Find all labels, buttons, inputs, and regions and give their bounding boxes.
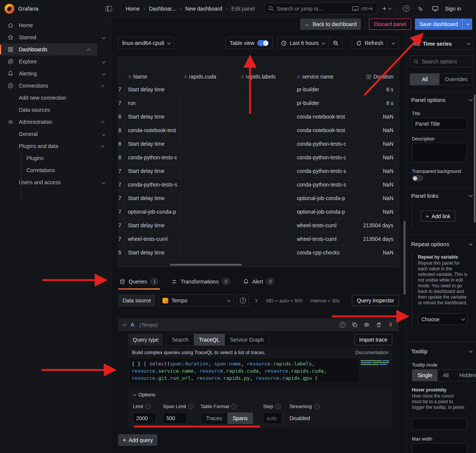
sidebar-item-starred[interactable]: Starred: [0, 31, 111, 43]
time-range-picker[interactable]: Last 6 hours: [277, 37, 329, 49]
datasource-picker[interactable]: Tempo: [158, 294, 234, 307]
discard-panel-button[interactable]: Discard panel: [369, 18, 411, 30]
visualization-picker[interactable]: Time series: [410, 38, 473, 49]
panel-options-header[interactable]: Panel options: [411, 97, 471, 103]
options-tab-overrides[interactable]: Overrides: [439, 74, 473, 85]
max-width-input[interactable]: [412, 443, 467, 453]
table-row[interactable]: 28conda-python-tests-cconda-python-tests…: [118, 151, 399, 164]
query-row-header[interactable]: A (Tempo) ? ⠿: [118, 318, 399, 331]
options-tab-all[interactable]: All: [410, 74, 439, 85]
breadcrumb-item[interactable]: New dashboard: [185, 6, 222, 12]
traceql-code-editor[interactable]: { } | select(span:duration, span:name, r…: [128, 358, 392, 383]
add-query-button[interactable]: + Add query: [118, 434, 157, 446]
tooltip-mode-hidden[interactable]: Hidden: [454, 370, 476, 381]
drag-handle-icon[interactable]: ⠿: [387, 322, 394, 328]
column-header[interactable]: Arapids.labels: [238, 74, 294, 83]
grafana-logo-icon[interactable]: [5, 4, 14, 14]
limit-input[interactable]: 2000: [133, 412, 156, 424]
table-row[interactable]: 27Start delay timeoptional-job-conda-pNa…: [118, 191, 399, 205]
sidebar-item-connections[interactable]: Connections: [0, 80, 111, 92]
main-scrollbar[interactable]: [404, 221, 405, 295]
back-to-dashboard-button[interactable]: ← Back to dashboard: [300, 18, 361, 30]
repeat-variable-select[interactable]: Choose: [418, 313, 467, 325]
transparent-background-toggle[interactable]: [412, 175, 423, 181]
datasource-help-button[interactable]: ?: [237, 294, 249, 307]
panel-links-header[interactable]: Panel links: [411, 193, 471, 199]
column-header[interactable]: AName: [125, 74, 181, 83]
search-options-input[interactable]: Search options: [410, 55, 473, 67]
description-textarea[interactable]: ⟋: [412, 143, 467, 162]
save-dashboard-button[interactable]: Save dashboard: [415, 18, 462, 30]
sidebar-item-administration[interactable]: Administration: [0, 116, 111, 128]
sidebar-item-plugins[interactable]: Plugins: [0, 152, 111, 164]
sign-in-button[interactable]: Sign in: [445, 6, 461, 12]
repeat-options-header[interactable]: Repeat options: [411, 241, 471, 247]
sidebar-item-dashboards[interactable]: Dashboards: [0, 43, 97, 55]
table-row[interactable]: 27Start delay timewheel-tests-cuml213504…: [118, 219, 399, 232]
refresh-button[interactable]: Refresh: [352, 37, 387, 49]
table-row[interactable]: 28conda-notebook-testconda-notebook-test…: [118, 123, 399, 137]
column-header[interactable]: Duration: [350, 74, 399, 83]
sidebar-item-alerting[interactable]: Alerting: [0, 68, 111, 80]
query-type-service-graph[interactable]: Service Graph: [225, 334, 269, 345]
hover-proximity-input[interactable]: [412, 418, 467, 430]
breadcrumb-item[interactable]: Dashboar...: [149, 6, 176, 12]
import-trace-button[interactable]: Import trace: [354, 334, 392, 345]
sidebar-item-home[interactable]: Home: [0, 19, 111, 31]
news-icon[interactable]: [417, 5, 425, 12]
tab-queries[interactable]: Queries1: [118, 276, 160, 290]
tooltip-mode-all[interactable]: All: [438, 370, 454, 381]
table-format-traces[interactable]: Traces: [201, 413, 227, 424]
query-inspector-button[interactable]: Query inspector: [352, 295, 399, 306]
sidebar-toggle-icon[interactable]: [106, 6, 112, 11]
zoom-out-button[interactable]: [329, 37, 343, 49]
query-help-icon[interactable]: ?: [339, 322, 346, 328]
help-icon[interactable]: ?: [403, 5, 410, 12]
sidebar-item-explore[interactable]: Explore: [0, 55, 111, 68]
sidebar-item-general[interactable]: General: [0, 128, 111, 140]
tooltip-header[interactable]: Tooltip: [411, 348, 471, 354]
query-type-search[interactable]: Search: [166, 334, 193, 345]
tab-transformations[interactable]: Transformations0: [170, 276, 232, 290]
table-format-spans[interactable]: Spans: [227, 413, 253, 424]
table-row[interactable]: 27optional-job-conda-poptional-job-conda…: [118, 205, 399, 219]
documentation-link[interactable]: Documentation: [356, 350, 388, 355]
refresh-interval-button[interactable]: [387, 37, 399, 49]
delete-query-icon[interactable]: [375, 322, 382, 328]
add-new-button[interactable]: +: [382, 5, 390, 13]
table-view-toggle[interactable]: [257, 40, 269, 46]
save-dashboard-menu-button[interactable]: [462, 18, 472, 30]
tooltip-mode-single[interactable]: Single: [412, 370, 438, 381]
hide-query-icon[interactable]: [363, 322, 370, 328]
column-header[interactable]: Aservice.name: [294, 74, 350, 83]
table-row[interactable]: 27conda-python-tests-sconda-python-tests…: [118, 178, 399, 191]
column-header[interactable]: Arapids.cuda: [181, 74, 238, 83]
table-row[interactable]: 25Start delay timeconda-cpp-checksNaN: [118, 246, 399, 259]
table-row[interactable]: 28Start delay timeconda-notebook-testNaN: [118, 110, 399, 123]
sidebar-item-users-and-access[interactable]: Users and access: [0, 176, 111, 188]
sidebar-item-correlations[interactable]: Correlations: [0, 164, 111, 176]
span-limit-input[interactable]: 500: [163, 412, 187, 424]
breadcrumb-item[interactable]: Home: [126, 6, 140, 12]
monitor-icon[interactable]: [431, 5, 439, 12]
query-type-traceql[interactable]: TraceQL: [194, 334, 225, 345]
step-input[interactable]: auto: [263, 412, 283, 424]
collapse-options-icon[interactable]: [254, 299, 258, 302]
sidebar-item-plugins-and-data[interactable]: Plugins and data: [0, 140, 111, 152]
table-row[interactable]: 27wheel-tests-cumlwheel-tests-cuml213504…: [118, 232, 399, 246]
sidebar-item-add-new-connection[interactable]: Add new connection: [0, 92, 111, 104]
duplicate-query-icon[interactable]: [351, 322, 358, 328]
table-row[interactable]: 17Start delay timepr-builder8 s: [118, 83, 399, 96]
add-link-button[interactable]: +Add link: [421, 211, 455, 222]
collapse-query-icon[interactable]: [123, 322, 126, 326]
options-collapse-header[interactable]: Options: [133, 392, 388, 398]
panel-title-input[interactable]: Panel Title: [412, 118, 467, 129]
options-pane-scrollbar[interactable]: [474, 94, 476, 223]
table-horizontal-scrollbar[interactable]: [170, 264, 242, 266]
table-row[interactable]: 28Start delay timeconda-python-tests-cNa…: [118, 137, 399, 151]
sidebar-item-data-sources[interactable]: Data sources: [0, 104, 111, 116]
tab-alert[interactable]: Alert0: [241, 276, 276, 290]
table-row[interactable]: 17runpr-builder8 s: [118, 96, 399, 110]
table-row[interactable]: 27Start delay timeconda-python-tests-sNa…: [118, 164, 399, 178]
search-input[interactable]: Search or jump to... ctrl+k: [264, 3, 377, 14]
